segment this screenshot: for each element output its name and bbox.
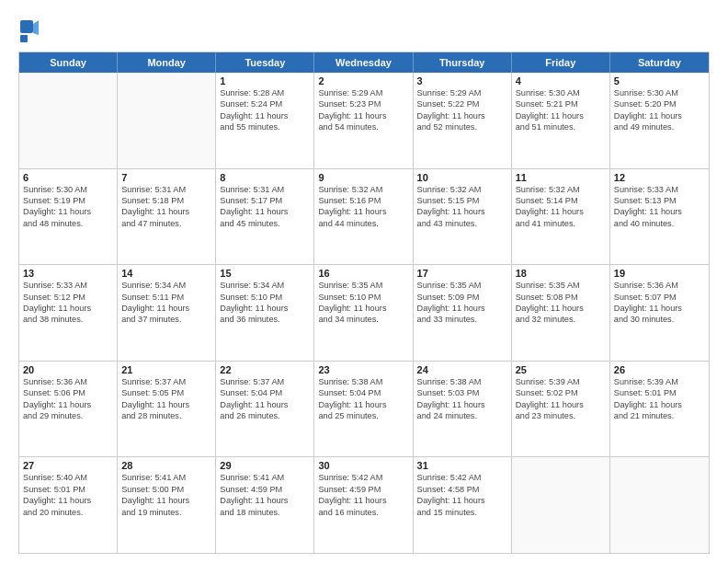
cell-line: Sunrise: 5:31 AM <box>220 184 310 195</box>
cell-line: Sunset: 5:01 PM <box>23 484 113 495</box>
day-cell-25: 25Sunrise: 5:39 AMSunset: 5:02 PMDayligh… <box>512 362 610 457</box>
cell-line: Daylight: 11 hours <box>516 303 606 314</box>
cell-line: Sunset: 4:59 PM <box>318 484 408 495</box>
day-number: 3 <box>417 75 507 86</box>
day-cell-16: 16Sunrise: 5:35 AMSunset: 5:10 PMDayligh… <box>314 265 413 361</box>
day-cell-24: 24Sunrise: 5:38 AMSunset: 5:03 PMDayligh… <box>414 362 512 457</box>
day-cell-14: 14Sunrise: 5:34 AMSunset: 5:11 PMDayligh… <box>118 265 216 361</box>
cell-line: Daylight: 11 hours <box>614 206 705 217</box>
cell-line: and 26 minutes. <box>220 410 310 421</box>
cell-line: Sunset: 5:09 PM <box>417 292 507 303</box>
cell-line: Sunrise: 5:33 AM <box>23 280 113 291</box>
cell-line: and 43 minutes. <box>417 218 507 229</box>
cell-line: and 45 minutes. <box>220 218 310 229</box>
cell-line: and 36 minutes. <box>220 314 310 325</box>
week-row-3: 13Sunrise: 5:33 AMSunset: 5:12 PMDayligh… <box>19 265 709 362</box>
week-row-5: 27Sunrise: 5:40 AMSunset: 5:01 PMDayligh… <box>19 457 709 553</box>
cell-line: and 20 minutes. <box>23 507 113 518</box>
cell-line: and 54 minutes. <box>318 121 408 132</box>
day-number: 18 <box>516 268 606 279</box>
svg-rect-0 <box>20 20 33 33</box>
cell-line: Sunset: 5:24 PM <box>220 98 310 109</box>
calendar-header: SundayMondayTuesdayWednesdayThursdayFrid… <box>19 52 709 73</box>
cell-line: Daylight: 11 hours <box>220 110 310 121</box>
cell-line: Sunrise: 5:32 AM <box>417 184 507 195</box>
week-row-2: 6Sunrise: 5:30 AMSunset: 5:19 PMDaylight… <box>19 169 709 266</box>
day-cell-19: 19Sunrise: 5:36 AMSunset: 5:07 PMDayligh… <box>610 265 709 361</box>
cell-line: and 15 minutes. <box>417 507 507 518</box>
cell-line: Sunrise: 5:41 AM <box>121 472 211 483</box>
day-number: 30 <box>318 460 408 471</box>
cell-line: Daylight: 11 hours <box>516 110 606 121</box>
day-number: 24 <box>417 364 507 375</box>
day-number: 14 <box>121 268 211 279</box>
cell-line: and 52 minutes. <box>417 121 507 132</box>
calendar-body: 1Sunrise: 5:28 AMSunset: 5:24 PMDaylight… <box>19 73 709 553</box>
cell-line: and 49 minutes. <box>614 121 705 132</box>
day-cell-9: 9Sunrise: 5:32 AMSunset: 5:16 PMDaylight… <box>314 169 413 265</box>
cell-line: Sunrise: 5:39 AM <box>516 376 606 387</box>
logo-icon <box>18 18 40 44</box>
header-day-monday: Monday <box>118 52 216 73</box>
cell-line: Sunset: 5:03 PM <box>417 387 507 398</box>
page-header <box>18 15 710 44</box>
cell-line: Daylight: 11 hours <box>614 399 705 410</box>
day-number: 12 <box>614 172 705 183</box>
cell-line: Sunrise: 5:29 AM <box>318 87 408 98</box>
cell-line: Daylight: 11 hours <box>220 495 310 506</box>
cell-line: and 34 minutes. <box>318 314 408 325</box>
day-number: 5 <box>614 75 705 86</box>
cell-line: Sunset: 5:22 PM <box>417 98 507 109</box>
cell-line: and 21 minutes. <box>614 410 705 421</box>
cell-line: and 28 minutes. <box>121 410 211 421</box>
cell-line: Sunrise: 5:37 AM <box>121 376 211 387</box>
cell-line: Daylight: 11 hours <box>318 110 408 121</box>
cell-line: Sunset: 4:58 PM <box>417 484 507 495</box>
cell-line: Sunrise: 5:38 AM <box>318 376 408 387</box>
day-cell-21: 21Sunrise: 5:37 AMSunset: 5:05 PMDayligh… <box>118 362 216 457</box>
day-number: 15 <box>220 268 310 279</box>
cell-line: Sunrise: 5:32 AM <box>318 184 408 195</box>
cell-line: Daylight: 11 hours <box>23 303 113 314</box>
cell-line: and 40 minutes. <box>614 218 705 229</box>
svg-marker-1 <box>33 20 39 35</box>
cell-line: Sunrise: 5:37 AM <box>220 376 310 387</box>
day-cell-18: 18Sunrise: 5:35 AMSunset: 5:08 PMDayligh… <box>512 265 610 361</box>
cell-line: Sunset: 5:05 PM <box>121 387 211 398</box>
empty-cell <box>610 457 709 553</box>
cell-line: Sunrise: 5:42 AM <box>318 472 408 483</box>
cell-line: and 38 minutes. <box>23 314 113 325</box>
cell-line: Sunset: 5:13 PM <box>614 195 705 206</box>
cell-line: Daylight: 11 hours <box>220 303 310 314</box>
day-number: 11 <box>516 172 606 183</box>
day-number: 29 <box>220 460 310 471</box>
cell-line: Sunset: 5:19 PM <box>23 195 113 206</box>
cell-line: Sunset: 5:00 PM <box>121 484 211 495</box>
day-cell-26: 26Sunrise: 5:39 AMSunset: 5:01 PMDayligh… <box>610 362 709 457</box>
day-number: 4 <box>516 75 606 86</box>
cell-line: Sunset: 5:12 PM <box>23 292 113 303</box>
cell-line: Daylight: 11 hours <box>121 303 211 314</box>
day-cell-8: 8Sunrise: 5:31 AMSunset: 5:17 PMDaylight… <box>216 169 314 265</box>
cell-line: Sunrise: 5:32 AM <box>516 184 606 195</box>
svg-rect-2 <box>20 35 28 42</box>
header-day-tuesday: Tuesday <box>216 52 314 73</box>
calendar: SundayMondayTuesdayWednesdayThursdayFrid… <box>18 52 710 554</box>
day-number: 26 <box>614 364 705 375</box>
cell-line: Daylight: 11 hours <box>318 399 408 410</box>
day-cell-2: 2Sunrise: 5:29 AMSunset: 5:23 PMDaylight… <box>314 73 413 168</box>
cell-line: Sunset: 5:20 PM <box>614 98 705 109</box>
cell-line: and 48 minutes. <box>23 218 113 229</box>
day-number: 25 <box>516 364 606 375</box>
cell-line: Sunset: 5:10 PM <box>318 292 408 303</box>
cell-line: Sunrise: 5:42 AM <box>417 472 507 483</box>
day-number: 31 <box>417 460 507 471</box>
cell-line: Daylight: 11 hours <box>614 303 705 314</box>
cell-line: Sunset: 4:59 PM <box>220 484 310 495</box>
cell-line: Daylight: 11 hours <box>23 206 113 217</box>
day-number: 19 <box>614 268 705 279</box>
empty-cell <box>118 73 216 168</box>
cell-line: Sunset: 5:04 PM <box>318 387 408 398</box>
cell-line: and 29 minutes. <box>23 410 113 421</box>
cell-line: and 19 minutes. <box>121 507 211 518</box>
